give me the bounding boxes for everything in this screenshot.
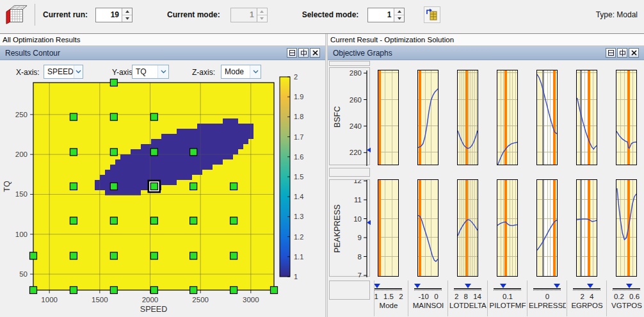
param-slider-thumb-egrpos[interactable]: [587, 284, 593, 288]
selected-mode-value[interactable]: 1: [368, 8, 394, 22]
param-slider-ticks: [533, 290, 561, 291]
objective-graphs-content: 220240260280BSFC789101112PEAKPRESS1 1.5 …: [328, 60, 644, 317]
strip-mainsoi-bsfc[interactable]: [417, 70, 439, 165]
strip-mode-peakpress[interactable]: [378, 179, 399, 277]
contour-marker[interactable]: [190, 252, 197, 259]
spin-up-button[interactable]: [122, 8, 132, 15]
contour-marker[interactable]: [110, 217, 117, 224]
param-slider-thumb-pilotfmf[interactable]: [500, 284, 506, 288]
param-slider-vgtpos[interactable]: [613, 288, 640, 289]
strip-elpressde-peakpress[interactable]: [536, 179, 558, 277]
minor-gridline: [385, 180, 385, 276]
contour-marker[interactable]: [230, 217, 237, 224]
param-slider-thumb-mainsoi[interactable]: [414, 284, 421, 288]
contour-marker[interactable]: [110, 113, 117, 120]
contour-marker[interactable]: [30, 287, 37, 294]
results-contour-plot[interactable]: 1000150020002500300050100150200250SPEEDT…: [0, 60, 325, 317]
svg-text:1.1: 1.1: [294, 253, 303, 261]
contour-marker[interactable]: [110, 252, 117, 259]
strip-vgtpos-bsfc[interactable]: [616, 70, 637, 165]
fill-tables-button[interactable]: [424, 6, 440, 23]
param-slider-mode[interactable]: [374, 288, 402, 289]
contour-marker[interactable]: [110, 287, 117, 294]
contour-marker[interactable]: [190, 183, 197, 190]
contour-marker[interactable]: [150, 217, 157, 224]
param-slider-elpressde[interactable]: [533, 288, 561, 289]
split-view-button[interactable]: [287, 48, 297, 58]
param-slider-mainsoi[interactable]: [414, 288, 442, 289]
close-icon: [631, 50, 637, 56]
contour-marker-selected[interactable]: [150, 183, 157, 190]
svg-text:200: 200: [15, 150, 28, 158]
param-name-mode: Mode: [370, 302, 407, 309]
strip-mainsoi-peakpress[interactable]: [417, 179, 439, 277]
param-slider-egrpos[interactable]: [573, 288, 600, 289]
column-separator: [408, 280, 408, 316]
svg-text:1.6: 1.6: [294, 153, 303, 161]
param-tick-labels: 0.2 0.6: [609, 293, 644, 300]
left-panel-header: All Optimization Results: [0, 34, 325, 46]
objective-graphs-titlebar: Objective Graphs: [328, 46, 644, 60]
param-slider-thumb-elpressde[interactable]: [554, 284, 560, 288]
contour-marker[interactable]: [70, 149, 77, 156]
strip-pilotfmf-bsfc[interactable]: [497, 70, 518, 165]
param-slider-thumb-mode[interactable]: [374, 284, 380, 288]
contour-marker[interactable]: [150, 149, 157, 156]
contour-marker[interactable]: [110, 183, 117, 190]
contour-marker[interactable]: [230, 252, 237, 259]
contour-marker[interactable]: [190, 149, 197, 156]
strip-lotdeltas-bsfc[interactable]: [457, 70, 478, 165]
contour-marker[interactable]: [150, 113, 157, 120]
objective-curve: [577, 98, 597, 149]
objective-curve: [458, 220, 478, 236]
param-slider-thumb-vgtpos[interactable]: [626, 284, 632, 288]
param-slider-pilotfmf[interactable]: [494, 288, 521, 289]
spin-down-button[interactable]: [394, 15, 404, 22]
spin-down-button[interactable]: [122, 15, 132, 22]
contour-marker[interactable]: [190, 287, 197, 294]
contour-marker[interactable]: [150, 252, 157, 259]
contour-marker[interactable]: [230, 183, 237, 190]
param-slider-lotdeltas[interactable]: [454, 288, 481, 289]
column-separator: [606, 280, 607, 316]
close-button[interactable]: [310, 48, 320, 58]
contour-marker[interactable]: [110, 79, 117, 86]
undock-icon: [620, 49, 625, 56]
contour-marker[interactable]: [70, 113, 77, 120]
contour-marker[interactable]: [70, 252, 77, 259]
current-run-value[interactable]: 19: [96, 8, 122, 22]
strip-pilotfmf-peakpress[interactable]: [497, 179, 518, 277]
param-tick-labels: -10 0: [410, 293, 446, 300]
current-run-spinner[interactable]: 19: [95, 8, 133, 22]
undock-button[interactable]: [298, 48, 309, 58]
strip-mode-bsfc[interactable]: [378, 70, 399, 165]
spin-up-button[interactable]: [394, 8, 404, 15]
minor-gridline: [378, 199, 398, 200]
contour-marker[interactable]: [110, 149, 117, 156]
param-slider-thumb-lotdeltas[interactable]: [465, 284, 471, 288]
contour-marker[interactable]: [230, 287, 237, 294]
split-icon: [608, 50, 614, 56]
objective-curve: [616, 131, 636, 148]
contour-marker[interactable]: [70, 217, 77, 224]
svg-text:8: 8: [358, 253, 362, 261]
gutter-box: [329, 280, 370, 300]
contour-marker[interactable]: [30, 252, 37, 259]
split-view-button[interactable]: [606, 48, 616, 58]
strip-egrpos-peakpress[interactable]: [576, 179, 597, 277]
undock-button[interactable]: [617, 48, 627, 58]
contour-marker[interactable]: [190, 217, 197, 224]
contour-marker[interactable]: [70, 183, 77, 190]
strip-vgtpos-peakpress[interactable]: [616, 179, 637, 277]
close-button[interactable]: [629, 48, 639, 58]
current-value-line[interactable]: [378, 180, 381, 276]
contour-marker[interactable]: [271, 287, 278, 294]
contour-marker[interactable]: [150, 287, 157, 294]
svg-text:2500: 2500: [192, 296, 209, 304]
selected-mode-spinner[interactable]: 1: [367, 8, 405, 22]
strip-elpressde-bsfc[interactable]: [536, 70, 558, 165]
contour-marker[interactable]: [70, 287, 77, 294]
strip-egrpos-bsfc[interactable]: [576, 70, 597, 165]
current-value-line[interactable]: [378, 70, 381, 165]
strip-lotdeltas-peakpress[interactable]: [457, 179, 478, 277]
